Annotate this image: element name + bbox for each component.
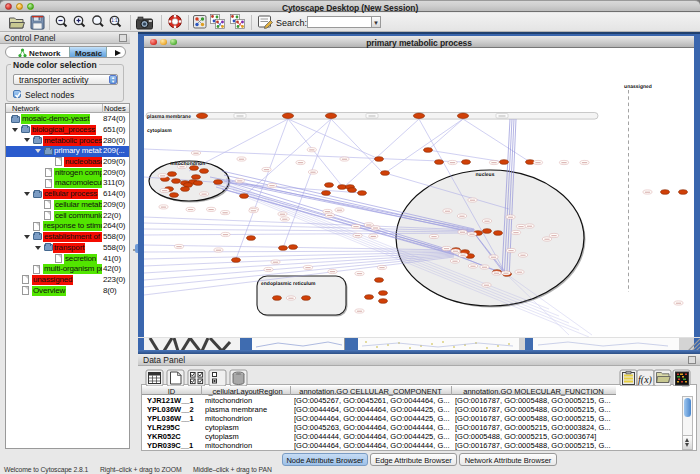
svg-text:plasma membrane: plasma membrane: [147, 114, 191, 120]
svg-text:1:1: 1:1: [111, 18, 118, 23]
svg-text:nucleus: nucleus: [476, 172, 495, 178]
svg-text:mitochondrion: mitochondrion: [170, 161, 205, 167]
svg-text:endoplasmic reticulum: endoplasmic reticulum: [261, 281, 316, 287]
svg-text:unassigned: unassigned: [624, 84, 652, 90]
svg-text:cytoplasm: cytoplasm: [147, 128, 172, 134]
